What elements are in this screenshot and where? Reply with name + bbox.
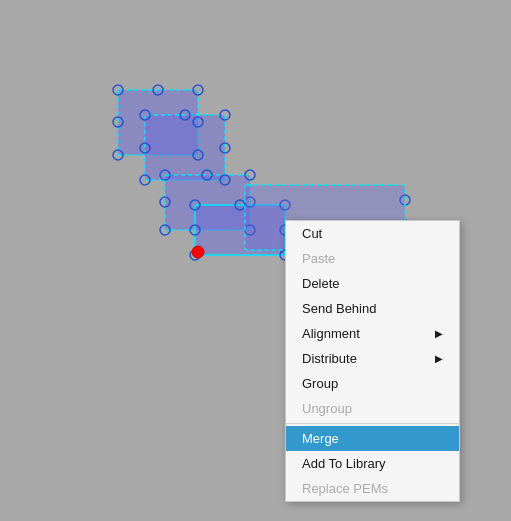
canvas: CutPasteDeleteSend BehindAlignment▶Distr… <box>0 0 511 521</box>
menu-item-distribute[interactable]: Distribute▶ <box>286 346 459 371</box>
menu-item-label-replace-pems: Replace PEMs <box>302 481 388 496</box>
menu-item-label-send-behind: Send Behind <box>302 301 376 316</box>
menu-item-label-delete: Delete <box>302 276 340 291</box>
menu-item-label-cut: Cut <box>302 226 322 241</box>
menu-item-paste: Paste <box>286 246 459 271</box>
context-menu: CutPasteDeleteSend BehindAlignment▶Distr… <box>285 220 460 502</box>
menu-item-label-add-to-library: Add To Library <box>302 456 386 471</box>
menu-item-delete[interactable]: Delete <box>286 271 459 296</box>
menu-item-alignment[interactable]: Alignment▶ <box>286 321 459 346</box>
menu-item-send-behind[interactable]: Send Behind <box>286 296 459 321</box>
submenu-arrow-icon: ▶ <box>435 328 443 339</box>
menu-item-cut[interactable]: Cut <box>286 221 459 246</box>
svg-point-33 <box>192 246 204 258</box>
svg-rect-1 <box>145 115 225 180</box>
submenu-arrow-icon: ▶ <box>435 353 443 364</box>
menu-item-label-merge: Merge <box>302 431 339 446</box>
menu-item-add-to-library[interactable]: Add To Library <box>286 451 459 476</box>
menu-item-merge[interactable]: Merge <box>286 426 459 451</box>
menu-item-label-distribute: Distribute <box>302 351 357 366</box>
menu-item-label-paste: Paste <box>302 251 335 266</box>
menu-item-group[interactable]: Group <box>286 371 459 396</box>
menu-item-ungroup: Ungroup <box>286 396 459 421</box>
menu-item-replace-pems: Replace PEMs <box>286 476 459 501</box>
menu-item-label-group: Group <box>302 376 338 391</box>
menu-item-label-alignment: Alignment <box>302 326 360 341</box>
menu-divider-before-merge <box>286 423 459 424</box>
menu-item-label-ungroup: Ungroup <box>302 401 352 416</box>
